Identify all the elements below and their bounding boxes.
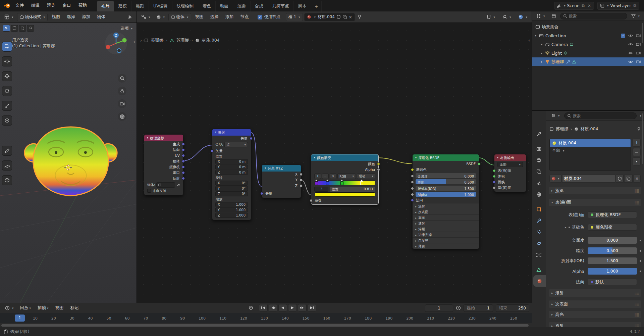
expand-caret-icon[interactable]: ▸ [565, 226, 567, 229]
tab-data-icon[interactable] [532, 264, 546, 275]
expand-caret-icon[interactable]: ▸ [540, 60, 543, 63]
panel-grip-icon[interactable]: ⣿⣿ [634, 189, 639, 193]
panel-subsurface[interactable]: ▸次表面 [413, 209, 479, 214]
menu-help[interactable]: 帮助 [75, 1, 90, 10]
animate-dot[interactable] [640, 260, 641, 262]
workspace-tab-modeling[interactable]: 建模 [114, 1, 131, 11]
normal-button[interactable]: 默认 [588, 279, 637, 285]
viewport-canvas[interactable]: 选项 ▾ 用户透视 (1) Collection | 苏珊娜 Z [0, 23, 137, 303]
add-slot-button[interactable]: + [633, 139, 641, 147]
new-material-icon[interactable] [342, 15, 347, 19]
panel-coat[interactable]: ▸涂层 [413, 226, 479, 232]
breadcrumb-object[interactable]: 苏珊娜 [151, 38, 164, 43]
node-header[interactable]: ▾映射 [212, 129, 251, 136]
hide-eye-icon[interactable] [628, 60, 633, 64]
snap-dropdown[interactable]: ▾ [484, 13, 497, 21]
base-color-button[interactable]: 颜色渐变 [588, 224, 637, 231]
scale-z-field[interactable]: Z1.000 [215, 213, 248, 218]
node-header[interactable]: ▾颜色渐变 [311, 154, 378, 161]
outliner-row-collection[interactable]: ▾ Collection ✓ [532, 31, 644, 40]
stop-index-field[interactable]: 3 [314, 187, 328, 192]
tab-physics-icon[interactable] [532, 238, 546, 249]
ramp-specials-dropdown[interactable]: ▾ [330, 174, 336, 179]
panel-grip-icon[interactable]: ⣿⣿ [634, 291, 639, 295]
socket-color-out[interactable] [377, 162, 380, 165]
play-reverse-button[interactable] [278, 304, 287, 311]
menu-window[interactable]: 窗口 [59, 1, 74, 10]
node-separate-xyz[interactable]: ▾分离 XYZ X Y Z 矢量 [262, 164, 301, 198]
rot-y-field[interactable]: Y0° [215, 186, 248, 191]
editor-type-button[interactable]: ▾ [534, 12, 547, 20]
surface-panel-header[interactable]: ▾ 表(曲)面 ⣿⣿ [549, 199, 641, 206]
filter-dropdown[interactable]: ▾ [629, 12, 642, 20]
alpha-slider[interactable]: Alpha1.000 [416, 192, 476, 197]
socket-camera[interactable] [182, 165, 185, 169]
fake-user-shield-icon[interactable] [337, 15, 340, 19]
workspace-tab-animation[interactable]: 动画 [216, 1, 233, 11]
tab-modifiers-icon[interactable] [532, 215, 546, 226]
easing-dropdown[interactable]: 缓动▾ [357, 174, 375, 179]
breadcrumb-material[interactable]: 材质.004 [202, 38, 220, 43]
panel-grip-icon[interactable]: ⣿⣿ [634, 324, 639, 327]
node-texture-coordinate[interactable]: ▾纹理坐标 生成 法向 UV 物体 摄像机 窗口 反射 物体: 来自实例 [144, 134, 183, 195]
panel-grip-icon[interactable]: ⣿⣿ [634, 201, 639, 204]
hide-eye-icon[interactable] [628, 51, 633, 55]
object-picker-field[interactable] [156, 182, 175, 188]
next-keyframe-button[interactable] [298, 304, 307, 311]
camera-view-icon[interactable] [118, 99, 126, 108]
menu-select[interactable]: 选择 [64, 13, 78, 21]
fake-user-button[interactable] [616, 175, 624, 183]
material-name-field[interactable]: 材质.004 [562, 175, 615, 183]
editor-type-button[interactable]: ▾ [139, 13, 153, 21]
jump-to-start-button[interactable] [259, 304, 268, 311]
tool-annotate[interactable] [2, 146, 12, 156]
select-tweak-icon[interactable] [3, 25, 10, 32]
rot-x-field[interactable]: X0° [215, 181, 248, 186]
menu-add[interactable]: 添加 [223, 13, 236, 21]
menu-playback[interactable]: 回放▾ [17, 304, 34, 312]
panel-sheen[interactable]: ▸边缘光泽 [413, 232, 479, 237]
panel-diffuse[interactable]: ▸漫射 [413, 203, 479, 209]
socket-y[interactable] [300, 179, 303, 182]
expand-caret-icon[interactable]: ▾ [534, 34, 537, 37]
select-box-icon[interactable] [11, 25, 18, 32]
new-viewlayer-icon[interactable]: ⧉ [633, 3, 637, 8]
ramp-stop-3-active[interactable] [360, 180, 363, 186]
panel-specular[interactable]: ▸高光 [413, 214, 479, 220]
current-frame-field[interactable]: 1 [425, 304, 453, 312]
n-panel-expand-arrow[interactable]: ‹ [528, 38, 530, 43]
material-slot-list[interactable]: 材质.004 全部 ▾ [549, 139, 631, 171]
rot-z-field[interactable]: Z0° [215, 191, 248, 196]
blender-logo-icon[interactable] [3, 2, 11, 9]
ortho-grid-icon[interactable] [118, 112, 126, 121]
workspace-tab-compositing[interactable]: 合成 [251, 1, 268, 11]
loc-z-field[interactable]: Z0 m [215, 170, 248, 175]
jump-to-end-button[interactable] [308, 304, 316, 311]
new-material-button[interactable] [624, 175, 633, 183]
tab-object-icon[interactable] [532, 203, 546, 215]
delete-stop-button[interactable]: − [322, 174, 329, 179]
panel-grip-icon[interactable]: ⣿⣿ [634, 302, 639, 306]
shader-type-dropdown[interactable]: ▾ [154, 13, 167, 21]
render-visibility-icon[interactable] [636, 60, 641, 64]
menu-keying[interactable]: 插帧▾ [35, 304, 51, 312]
socket-normal[interactable] [411, 199, 414, 202]
node-material-output[interactable]: ▾材质输出 全部▾ 表(曲)面 体积 置换 厚(宽)度 [494, 154, 526, 192]
tab-output-icon[interactable] [532, 154, 546, 166]
workspace-tab-sculpting[interactable]: 雕刻 [131, 1, 149, 11]
exclude-checkbox[interactable]: ✓ [621, 34, 625, 38]
tab-particles-icon[interactable] [532, 226, 546, 238]
subsurface-panel-header[interactable]: ▸次表面⣿⣿ [549, 300, 641, 308]
menu-select[interactable]: 选择 [208, 13, 221, 21]
use-nodes-toggle[interactable]: ✓ 使用节点 [258, 14, 280, 20]
editor-type-button[interactable]: ▾ [3, 304, 16, 312]
slot-dropdown[interactable]: 槽 1 ▾ [286, 13, 303, 21]
frame-start-field[interactable]: 起始1 [464, 304, 493, 312]
render-visibility-icon[interactable] [636, 34, 641, 38]
viewlayer-selector[interactable]: ▾ ViewLayer ⧉ [597, 2, 639, 10]
ramp-stop-2[interactable] [340, 180, 343, 186]
menu-view[interactable]: 视图 [193, 13, 206, 21]
overlays-toggle[interactable]: ▾ [500, 13, 514, 21]
ramp-stop-0[interactable] [315, 180, 318, 186]
tool-rotate[interactable] [2, 86, 12, 96]
